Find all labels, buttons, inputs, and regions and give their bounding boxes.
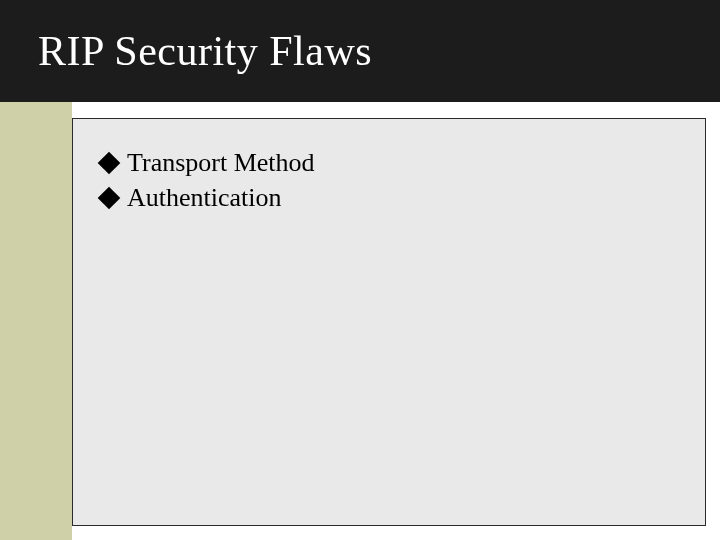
list-item: Transport Method (101, 145, 677, 180)
left-sidebar-accent (0, 102, 72, 540)
title-bar: RIP Security Flaws (0, 0, 720, 102)
slide: RIP Security Flaws Transport Method Auth… (0, 0, 720, 540)
content-panel: Transport Method Authentication (72, 118, 706, 526)
bullet-list: Transport Method Authentication (101, 145, 677, 215)
bullet-label: Authentication (127, 180, 282, 215)
slide-title: RIP Security Flaws (38, 27, 372, 75)
list-item: Authentication (101, 180, 677, 215)
diamond-bullet-icon (98, 151, 121, 174)
bullet-label: Transport Method (127, 145, 315, 180)
diamond-bullet-icon (98, 186, 121, 209)
